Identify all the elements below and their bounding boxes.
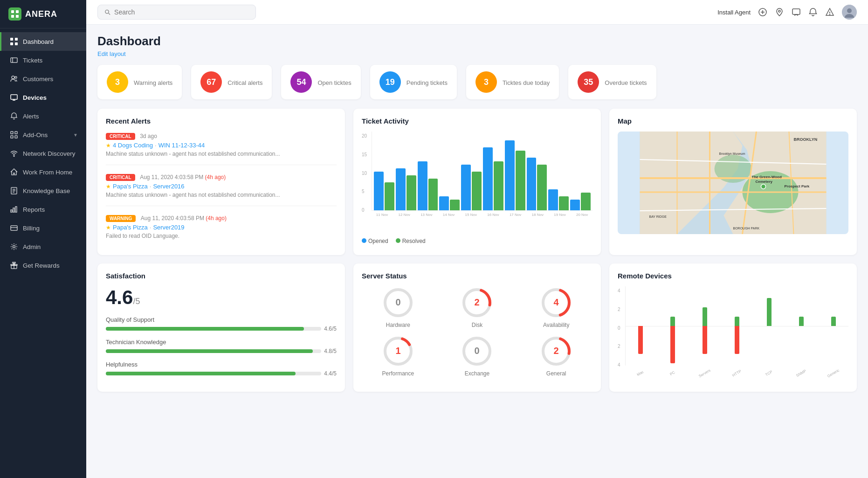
ticket-icon [10, 56, 18, 64]
open-label: Open ticktes [317, 79, 351, 86]
pending-badge: 19 [379, 71, 401, 93]
book-icon [10, 187, 18, 195]
alert-link-3[interactable]: ★ Papa's Pizza · Server2019 [106, 224, 337, 231]
chevron-down-icon: ▼ [73, 132, 78, 138]
sidebar-item-dashboard[interactable]: Dashboard [0, 32, 86, 51]
map-label-prospect: Prospect Park [785, 184, 810, 188]
alert-time-3: Aug 11, 2020 4:03:58 PM [141, 215, 206, 222]
recent-alerts-panel: Recent Alerts CRITICAL 3d ago ★ 4 Dogs C… [97, 109, 345, 255]
logo-text: ANERA [25, 9, 57, 19]
sidebar-item-label-network-discovery: Network Discovery [23, 150, 78, 157]
x-label-0: 11 Nov [372, 213, 393, 217]
svg-rect-5 [15, 38, 18, 41]
notification-bell-icon[interactable] [808, 7, 818, 17]
svg-rect-26 [15, 207, 17, 212]
stat-pending-tickets[interactable]: 19 Pending tickets [370, 65, 457, 99]
satisfaction-score-suffix: /5 [133, 297, 140, 306]
location-icon[interactable] [775, 7, 784, 17]
sidebar-item-get-rewards[interactable]: Get Rewards [0, 256, 86, 275]
sidebar-item-billing[interactable]: Billing [0, 219, 86, 237]
sidebar-item-alerts[interactable]: Alerts [0, 107, 86, 125]
users-icon [10, 75, 18, 83]
remote-y-axis: 4 2 0 2 4 [618, 288, 622, 367]
svg-rect-27 [11, 226, 17, 230]
svg-point-19 [14, 156, 14, 157]
map-label-brooklyn: BROOKLYN [794, 137, 818, 142]
map-panel: Map [609, 109, 857, 255]
bar-opened-1 [396, 168, 406, 210]
x-label-7: 18 Nov [527, 213, 548, 217]
alert-link-1[interactable]: ★ 4 Dogs Coding · WIN 11-12-33-44 [106, 142, 337, 149]
sidebar-item-admin[interactable]: Admin [0, 237, 86, 256]
install-agent-link[interactable]: Install Agent [717, 9, 751, 16]
bar-group-2 [418, 161, 438, 210]
sidebar-item-label-addons: Add-Ons [23, 132, 69, 139]
bar-resolved-3 [450, 200, 460, 210]
server-grid: 0 Hardware 2 [362, 286, 592, 377]
alert-desc-1: Machine status unknown - agent has not e… [106, 151, 337, 157]
stat-overdue-tickets[interactable]: 35 Overdue tickets [568, 65, 656, 99]
sat-helpfulness-bar-fill [106, 372, 296, 375]
svg-rect-16 [15, 132, 17, 134]
sidebar-item-customers[interactable]: Customers [0, 69, 86, 88]
bar-group-0 [374, 172, 394, 210]
alert-customer-2: Papa's Pizza [113, 183, 148, 190]
sidebar-item-knowledge-base[interactable]: Knowledge Base [0, 181, 86, 200]
server-performance: 1 Performance [362, 335, 434, 377]
sidebar-item-network-discovery[interactable]: Network Discovery [0, 144, 86, 163]
recent-alerts-title: Recent Alerts [106, 117, 337, 125]
server-performance-gauge: 1 [382, 335, 414, 367]
critical-label: Critical alerts [227, 79, 262, 86]
server-availability-label: Availability [543, 322, 569, 328]
sidebar-item-addons[interactable]: Add-Ons ▼ [0, 125, 86, 144]
sidebar-item-reports[interactable]: Reports [0, 200, 86, 219]
sidebar-item-tickets[interactable]: Tickets [0, 51, 86, 69]
chat-icon[interactable] [792, 7, 801, 17]
remote-x-label-5: SNMP [787, 364, 815, 382]
stat-critical-alerts[interactable]: 67 Critical alerts [191, 65, 272, 99]
svg-point-11 [15, 76, 17, 78]
search-input[interactable] [114, 8, 249, 16]
satisfaction-score: 4.6 [106, 286, 133, 308]
bar-opened-4 [461, 165, 471, 210]
stat-open-tickets[interactable]: 54 Open ticktes [281, 65, 360, 99]
sidebar-item-work-from-home[interactable]: Work From Home [0, 163, 86, 181]
warning-icon[interactable] [825, 7, 834, 17]
server-disk-gauge: 2 [461, 286, 493, 319]
remote-bar-down-2 [703, 326, 707, 354]
remote-bar-down-3 [735, 326, 739, 354]
stat-due-today[interactable]: 3 Ticktes due today [466, 65, 559, 99]
remote-group-5 [786, 286, 816, 366]
svg-point-40 [830, 14, 830, 15]
remote-x-label-2: Servers [690, 364, 719, 382]
remote-devices-panel: Remote Devices 4 2 0 2 4 MacPCServersHTT… [609, 263, 857, 392]
search-box[interactable] [97, 5, 256, 20]
x-label-9: 20 Nov [572, 213, 592, 217]
open-info: Open ticktes [317, 78, 351, 86]
bar-resolved-0 [385, 182, 394, 210]
server-availability: 4 Availability [520, 286, 592, 328]
bar-chart [372, 132, 592, 211]
sidebar-nav: Dashboard Tickets Customers Devices Aler… [0, 28, 86, 478]
x-label-8: 19 Nov [550, 213, 571, 217]
server-exchange: 0 Exchange [441, 335, 514, 377]
edit-layout-link[interactable]: Edit layout [97, 50, 857, 57]
stat-warning-alerts[interactable]: 3 Warning alerts [97, 65, 182, 99]
svg-rect-24 [11, 210, 12, 212]
add-icon[interactable] [758, 7, 767, 17]
server-general-label: General [546, 370, 566, 377]
bar-group-8 [548, 189, 569, 210]
remote-bar-up-1 [670, 317, 675, 326]
map-label-cemetery2: Cemetery [756, 180, 773, 184]
credit-card-icon [10, 224, 18, 232]
remote-y-2-top: 2 [618, 307, 620, 312]
avatar[interactable] [842, 5, 857, 20]
y-label-5: 5 [362, 189, 367, 194]
sidebar-item-devices[interactable]: Devices [0, 88, 86, 107]
sidebar-item-label-knowledge-base: Knowledge Base [23, 187, 78, 194]
warning-badge: 3 [107, 71, 128, 93]
critical-info: Critical alerts [227, 78, 262, 86]
overdue-label: Overdue tickets [605, 79, 647, 86]
alert-link-2[interactable]: ★ Papa's Pizza · Server2016 [106, 183, 337, 190]
home-icon [10, 168, 18, 176]
